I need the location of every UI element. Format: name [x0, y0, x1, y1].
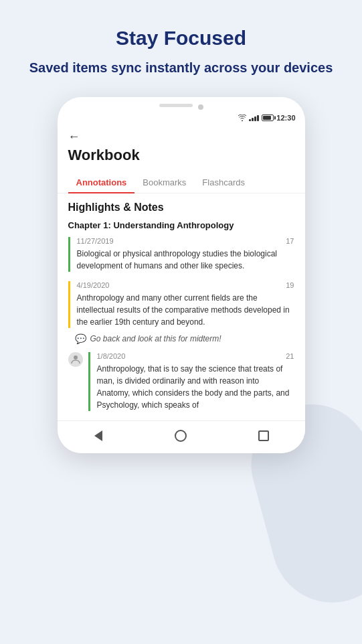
svg-point-0	[74, 355, 78, 359]
tab-bookmarks[interactable]: Bookmarks	[134, 172, 194, 193]
annotations-section: Highlights & Notes Chapter 1: Understand…	[58, 193, 305, 411]
annotation-item-3: 1/8/2020 21 Anthropology, that is to say…	[68, 352, 294, 411]
signal-bars	[249, 114, 259, 121]
phone-camera	[198, 104, 203, 110]
tab-annotations[interactable]: Annotations	[68, 172, 135, 193]
annotation-body-2: 4/19/2020 19 Anthropology and many other…	[77, 281, 294, 328]
status-time: 12:30	[276, 114, 295, 122]
status-bar-icons: 12:30	[238, 114, 295, 122]
app-header: ← Workbook	[58, 125, 305, 172]
annotation-date-1: 11/27/2019	[77, 237, 114, 245]
workbook-title: Workbook	[68, 147, 294, 164]
header-section: Stay Focused Saved items sync instantly …	[0, 0, 362, 90]
wifi-icon	[238, 114, 246, 121]
annotation-item-1: 11/27/2019 17 Biological or physical ant…	[68, 237, 294, 272]
phone-speaker	[159, 104, 193, 107]
section-title: Highlights & Notes	[68, 202, 294, 214]
main-title: Stay Focused	[20, 27, 342, 50]
back-triangle-icon	[94, 430, 102, 441]
annotation-meta-1: 11/27/2019 17	[77, 237, 294, 245]
annotation-page-3: 21	[286, 352, 294, 360]
subtitle: Saved items sync instantly across your d…	[20, 59, 342, 77]
comment-row: 💬 Go back and look at this for midterm!	[68, 333, 294, 344]
home-circle-icon	[175, 430, 187, 442]
annotation-meta-2: 4/19/2020 19	[77, 281, 294, 289]
annotation-page-2: 19	[286, 281, 294, 289]
phone-content: ← Workbook Annotations Bookmarks Flashca…	[58, 125, 305, 411]
chapter-header: Chapter 1: Understanding Anthropology	[68, 220, 294, 230]
status-bar: 12:30	[58, 111, 305, 125]
phone-bottom-nav	[58, 420, 305, 453]
phone-mockup: 12:30 ← Workbook Annotations Bookmarks F…	[58, 97, 305, 453]
person-icon	[71, 355, 80, 364]
back-button[interactable]: ←	[68, 130, 294, 144]
phone-top-bar	[58, 97, 305, 111]
user-avatar	[68, 352, 83, 367]
comment-text: Go back and look at this for midterm!	[90, 334, 221, 343]
nav-back-button[interactable]	[88, 428, 108, 444]
annotation-body-1: 11/27/2019 17 Biological or physical ant…	[77, 237, 294, 272]
user-annotation-body: 1/8/2020 21 Anthropology, that is to say…	[88, 352, 294, 411]
recents-square-icon	[258, 430, 269, 441]
tab-flashcards[interactable]: Flashcards	[194, 172, 253, 193]
phone-notch	[159, 104, 203, 110]
annotation-text-2: Anthropology and many other current fiel…	[77, 292, 294, 328]
comment-icon: 💬	[75, 333, 86, 344]
annotation-text-3: Anthropology, that is to say the science…	[97, 363, 294, 411]
tabs-bar: Annotations Bookmarks Flashcards	[58, 172, 305, 193]
annotation-date-3: 1/8/2020	[97, 352, 126, 360]
annotation-item-2: 4/19/2020 19 Anthropology and many other…	[68, 281, 294, 328]
nav-home-button[interactable]	[171, 428, 191, 444]
annotation-page-1: 17	[286, 237, 294, 245]
page-wrapper: Stay Focused Saved items sync instantly …	[0, 0, 362, 644]
annotation-text-1: Biological or physical anthropology stud…	[77, 248, 294, 272]
nav-recents-button[interactable]	[254, 428, 274, 444]
battery-fill	[263, 116, 270, 120]
battery-icon	[262, 114, 274, 121]
annotation-date-2: 4/19/2020	[77, 281, 110, 289]
annotation-meta-3: 1/8/2020 21	[97, 352, 294, 360]
